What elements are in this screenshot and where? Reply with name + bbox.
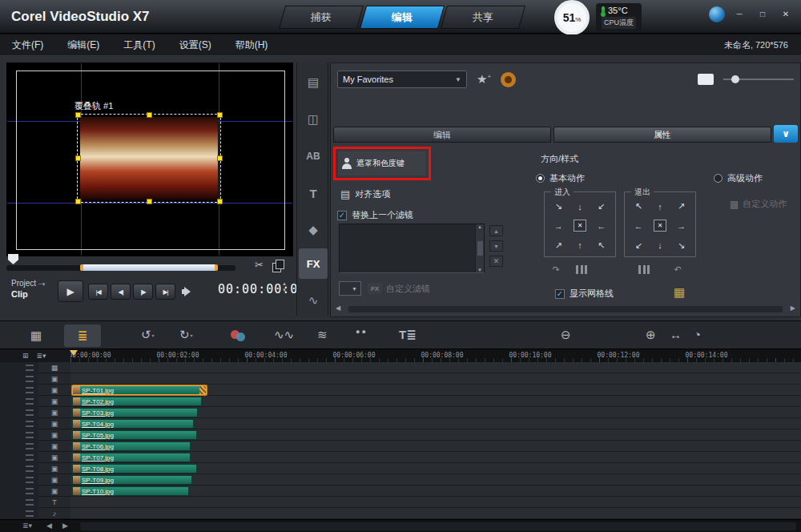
track-header-overlay[interactable]: ▣ [38,407,70,418]
basic-motion-radio[interactable] [536,174,545,183]
tab-capture[interactable]: 捕获 [279,6,364,29]
overlay-clip-selection[interactable] [77,114,221,203]
track-toggle[interactable] [21,407,38,418]
track-toggle[interactable] [21,429,38,441]
fit-project-icon[interactable]: ↔ [670,328,682,341]
exit-static-cell[interactable]: ✕ [650,216,671,236]
overlay-track-lane[interactable]: SP-T10.jpg [70,486,801,497]
previous-frame-button[interactable]: ◀| [111,284,131,300]
thumbnail-size-slider[interactable] [723,74,794,85]
tab-edit-options[interactable]: 编辑 [333,127,551,143]
resize-handle[interactable] [75,112,81,118]
track-header-overlay[interactable]: ▣ [38,396,70,407]
track-header-video[interactable]: ▦ [38,362,70,373]
resize-handle[interactable] [75,199,81,204]
slider-thumb[interactable] [731,75,739,83]
overlay-track-lane[interactable]: SP-T07.jpg [70,452,801,463]
customize-motion-button[interactable]: ▩ 自定义动作 [730,198,787,210]
audio-wave-icon[interactable]: ∿∿ [274,328,294,342]
overlay-track-lane[interactable]: SP-T08.jpg [70,463,801,474]
maximize-button[interactable]: □ [754,8,771,21]
go-start-button[interactable]: |◀ [88,284,108,300]
track-header-overlay[interactable]: ▣ [38,452,70,463]
transition-icon[interactable]: ◫ [299,104,328,135]
track-header-overlay[interactable]: ▣ [38,474,70,486]
enter-arrow[interactable]: ↖ [590,236,612,255]
track-header-overlay[interactable]: ▣ [38,463,70,474]
overlay-track-lane[interactable]: SP-T05.jpg [70,429,801,441]
subtitle-editor-icon[interactable]: T≣ [399,328,417,342]
track-toggle[interactable] [21,441,38,452]
track-header-overlay[interactable]: ▣ [38,486,70,497]
favorites-dropdown[interactable]: My Favorites ▼ [337,71,467,88]
filters-list-scrollbar[interactable]: ▲ ▼ [475,224,484,272]
filter-preset-dropdown[interactable]: ▼ [339,281,361,296]
track-toggle[interactable] [21,486,38,497]
color-correction-icon[interactable] [231,329,247,342]
timeline-clip[interactable]: SP-T04.jpg [72,419,194,429]
applied-filters-list[interactable]: ▲ ▼ [339,224,485,273]
minimize-button[interactable]: ─ [731,8,748,21]
timeline-clip[interactable]: SP-T08.jpg [72,464,197,474]
resize-handle[interactable] [217,199,223,204]
timeline-clip[interactable]: SP-T02.jpg [72,397,202,406]
exit-arrow[interactable]: ↘ [670,236,692,255]
ab-transition-icon[interactable]: AB [299,141,328,171]
overlay-track-lane[interactable]: SP-T01.jpg [70,385,801,396]
move-filter-down-button[interactable]: ▼ [489,240,503,252]
track-add-icon[interactable]: ≣▾ [22,522,32,530]
resize-handle[interactable] [75,155,81,161]
auto-music-icon[interactable]: ●● [356,328,368,336]
mask-chroma-key-button[interactable]: 遮罩和色度键 [338,151,426,175]
delete-filter-button[interactable]: ✕ [489,256,503,267]
filter-fx-icon[interactable]: FX [299,248,328,279]
motion-path-icon[interactable]: ∿ [299,285,328,316]
timeline-clip[interactable]: SP-T09.jpg [72,475,192,485]
title-tool-icon[interactable]: T [299,178,328,208]
storyboard-view-icon[interactable]: ▦ [18,324,54,347]
enter-arrow[interactable]: ↓ [570,197,591,216]
volume-icon[interactable] [181,286,197,297]
overlay-track-lane[interactable]: SP-T06.jpg [70,441,801,452]
video-track-lane[interactable] [70,362,801,373]
graphics-icon[interactable]: ◆ [299,215,328,245]
sound-mixer-icon[interactable]: ≋ [317,328,328,342]
zoom-out-icon[interactable]: ⊖ [561,328,571,342]
track-manager-icon[interactable]: ⊞ [22,352,29,360]
overlay-track-lane[interactable]: SP-T04.jpg [70,418,801,429]
timeline-view-icon[interactable]: ≣ [64,324,101,347]
timeline-clip[interactable]: SP-T01.jpg [72,385,207,395]
fade-out-icon[interactable] [638,265,650,274]
track-toggle[interactable] [21,452,38,463]
timeline-clip[interactable]: SP-T10.jpg [72,486,189,496]
scroll-left-icon[interactable]: ◀ [46,522,52,530]
close-button[interactable]: ✕ [777,8,795,21]
enter-arrow[interactable]: ↑ [570,236,591,255]
collapse-panel-icon[interactable]: ∨ [774,125,798,143]
timecode-spinner[interactable]: ▲▼ [282,281,287,292]
track-header-overlay[interactable]: ▣ [38,441,70,452]
scrollbar-groove[interactable] [348,306,783,312]
show-grid-checkbox[interactable]: ✓ [555,289,565,299]
split-clip-icon[interactable]: ✂ [255,259,264,271]
exit-arrow[interactable]: ↓ [650,236,671,255]
snapshot-icon[interactable] [272,260,284,272]
overlay-track-lane[interactable]: SP-T09.jpg [70,474,801,486]
duration-clock-icon[interactable]: ◔ [694,328,701,341]
music-track-lane[interactable] [70,508,801,519]
enter-static-cell[interactable]: ✕ [570,216,591,236]
tab-edit[interactable]: 编辑 [360,6,445,29]
track-toggle[interactable] [21,497,38,508]
undo-icon[interactable]: ↺▾ [141,328,155,342]
track-header-overlay[interactable]: ▣ [38,418,70,429]
thumbnail-view-icon[interactable] [698,74,714,85]
track-header-overlay[interactable]: ▣ [38,429,70,441]
add-to-favorites-icon[interactable]: ★+ [477,72,491,87]
overlay-track-lane[interactable]: SP-T03.jpg [70,407,801,418]
go-end-button[interactable]: ▶| [155,284,175,300]
next-frame-button[interactable]: |▶ [133,284,153,300]
film-reel-icon[interactable] [501,72,516,87]
track-toggle[interactable] [21,463,38,474]
track-header-music[interactable]: ♪ [38,508,70,519]
enter-arrow[interactable]: ↙ [590,197,612,216]
